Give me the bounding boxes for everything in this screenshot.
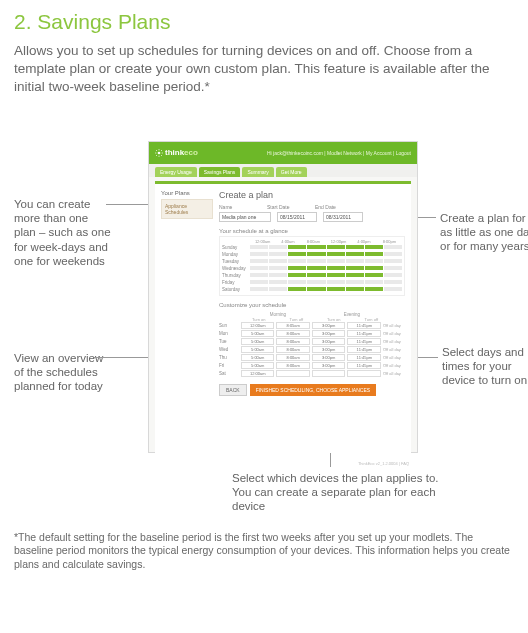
schedule-segment[interactable] [250, 280, 268, 284]
schedule-segment[interactable] [365, 273, 383, 277]
time-cell[interactable]: 3:00pm [312, 338, 345, 345]
end-date-input[interactable]: 08/31/2011 [323, 212, 363, 222]
time-cell[interactable]: 5:00am [241, 330, 274, 337]
schedule-segment[interactable] [365, 280, 383, 284]
time-cell[interactable]: 8:00am [276, 354, 309, 361]
schedule-segment[interactable] [365, 287, 383, 291]
side-item-appliance-schedules[interactable]: Appliance Schedules [161, 199, 213, 219]
off-all-day-toggle[interactable]: Off all day [383, 339, 405, 344]
schedule-segment[interactable] [250, 245, 268, 249]
time-cell[interactable]: 11:45pm [347, 362, 380, 369]
time-cell[interactable]: 3:00pm [312, 330, 345, 337]
schedule-segment[interactable] [288, 252, 306, 256]
schedule-segment[interactable] [307, 287, 325, 291]
schedule-segment[interactable] [269, 245, 287, 249]
schedule-segment[interactable] [365, 252, 383, 256]
time-cell[interactable] [312, 370, 345, 377]
schedule-segment[interactable] [250, 266, 268, 270]
schedule-segment[interactable] [288, 273, 306, 277]
schedule-segment[interactable] [307, 259, 325, 263]
time-cell[interactable]: 12:00am [241, 370, 274, 377]
schedule-segment[interactable] [288, 280, 306, 284]
schedule-segment[interactable] [288, 245, 306, 249]
off-all-day-toggle[interactable]: Off all day [383, 363, 405, 368]
time-cell[interactable]: 8:05am [276, 322, 309, 329]
time-cell[interactable]: 3:00pm [312, 362, 345, 369]
schedule-segment[interactable] [269, 252, 287, 256]
time-cell[interactable]: 5:00am [241, 354, 274, 361]
time-cell[interactable]: 3:00pm [312, 354, 345, 361]
time-cell[interactable]: 8:00am [276, 338, 309, 345]
schedule-segment[interactable] [250, 287, 268, 291]
time-cell[interactable] [347, 370, 380, 377]
off-all-day-toggle[interactable]: Off all day [383, 371, 405, 376]
schedule-segment[interactable] [384, 252, 402, 256]
schedule-segment[interactable] [327, 259, 345, 263]
schedule-segment[interactable] [307, 252, 325, 256]
time-cell[interactable]: 11:45pm [347, 330, 380, 337]
schedule-segment[interactable] [327, 252, 345, 256]
off-all-day-toggle[interactable]: Off all day [383, 347, 405, 352]
schedule-segment[interactable] [269, 266, 287, 270]
time-cell[interactable] [276, 370, 309, 377]
schedule-segment[interactable] [327, 280, 345, 284]
time-cell[interactable]: 12:00am [241, 322, 274, 329]
schedule-segment[interactable] [346, 280, 364, 284]
back-button[interactable]: BACK [219, 384, 247, 396]
time-cell[interactable]: 11:45pm [347, 346, 380, 353]
tab-energy-usage[interactable]: Energy Usage [155, 167, 197, 177]
finish-button[interactable]: FINISHED SCHEDULING, CHOOSE APPLIANCES [250, 384, 376, 396]
schedule-segment[interactable] [346, 252, 364, 256]
start-date-input[interactable]: 08/15/2011 [277, 212, 317, 222]
schedule-segment[interactable] [269, 287, 287, 291]
schedule-segment[interactable] [250, 273, 268, 277]
header-links[interactable]: Hi jack@thinkecoinc.com | Modlet Network… [267, 150, 411, 156]
schedule-segment[interactable] [327, 287, 345, 291]
name-input[interactable]: Media plan one [219, 212, 271, 222]
time-cell[interactable]: 11:45pm [347, 322, 380, 329]
tab-savings-plans[interactable]: Savings Plans [199, 167, 241, 177]
schedule-segment[interactable] [269, 280, 287, 284]
schedule-segment[interactable] [384, 266, 402, 270]
schedule-segment[interactable] [288, 266, 306, 270]
schedule-segment[interactable] [365, 245, 383, 249]
schedule-segment[interactable] [384, 287, 402, 291]
schedule-segment[interactable] [365, 266, 383, 270]
off-all-day-toggle[interactable]: Off all day [383, 331, 405, 336]
schedule-segment[interactable] [365, 259, 383, 263]
time-cell[interactable]: 3:00pm [312, 322, 345, 329]
off-all-day-toggle[interactable]: Off all day [383, 323, 405, 328]
schedule-segment[interactable] [288, 287, 306, 291]
schedule-segment[interactable] [384, 280, 402, 284]
schedule-segment[interactable] [288, 259, 306, 263]
time-cell[interactable]: 8:00am [276, 330, 309, 337]
schedule-segment[interactable] [327, 266, 345, 270]
schedule-segment[interactable] [269, 273, 287, 277]
time-cell[interactable]: 5:00am [241, 346, 274, 353]
schedule-segment[interactable] [384, 259, 402, 263]
time-cell[interactable]: 8:00am [276, 362, 309, 369]
time-cell[interactable]: 5:00am [241, 338, 274, 345]
time-cell[interactable]: 8:00am [276, 346, 309, 353]
schedule-segment[interactable] [307, 245, 325, 249]
schedule-segment[interactable] [346, 273, 364, 277]
schedule-segment[interactable] [269, 259, 287, 263]
time-cell[interactable]: 11:45pm [347, 338, 380, 345]
time-cell[interactable]: 5:00am [241, 362, 274, 369]
schedule-segment[interactable] [346, 287, 364, 291]
schedule-segment[interactable] [307, 273, 325, 277]
schedule-segment[interactable] [346, 245, 364, 249]
schedule-segment[interactable] [250, 259, 268, 263]
tab-get-more[interactable]: Get More [276, 167, 307, 177]
schedule-segment[interactable] [307, 266, 325, 270]
time-cell[interactable]: 11:45pm [347, 354, 380, 361]
schedule-segment[interactable] [384, 273, 402, 277]
time-cell[interactable]: 3:00pm [312, 346, 345, 353]
off-all-day-toggle[interactable]: Off all day [383, 355, 405, 360]
schedule-segment[interactable] [327, 273, 345, 277]
schedule-segment[interactable] [250, 252, 268, 256]
schedule-segment[interactable] [327, 245, 345, 249]
schedule-segment[interactable] [307, 280, 325, 284]
schedule-segment[interactable] [384, 245, 402, 249]
schedule-segment[interactable] [346, 259, 364, 263]
